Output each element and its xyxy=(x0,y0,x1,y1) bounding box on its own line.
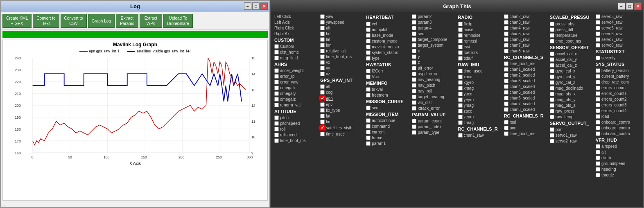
field-checkbox[interactable] xyxy=(504,37,508,42)
field-checkbox[interactable] xyxy=(596,150,600,154)
graph-this-close-btn[interactable]: ✕ xyxy=(634,2,642,10)
field-checkbox[interactable] xyxy=(412,119,416,123)
extract-params-btn[interactable]: ExtractParams xyxy=(116,14,138,28)
field-checkbox[interactable] xyxy=(596,91,600,96)
field-checkbox[interactable] xyxy=(274,80,279,84)
field-checkbox[interactable] xyxy=(596,43,600,47)
field-checkbox[interactable] xyxy=(596,80,600,84)
field-checkbox[interactable] xyxy=(458,86,463,90)
field-checkbox[interactable] xyxy=(596,97,600,102)
field-checkbox[interactable] xyxy=(274,86,279,90)
field-checkbox[interactable] xyxy=(274,97,279,102)
field-checkbox[interactable] xyxy=(550,63,554,68)
field-checkbox[interactable] xyxy=(412,89,416,93)
field-checkbox[interactable] xyxy=(274,138,279,143)
log-minimize-btn[interactable]: − xyxy=(244,2,251,10)
field-checkbox[interactable] xyxy=(320,54,325,59)
field-checkbox[interactable] xyxy=(366,33,371,38)
field-checkbox[interactable] xyxy=(504,32,508,36)
field-checkbox[interactable] xyxy=(458,27,463,32)
field-checkbox[interactable] xyxy=(550,57,554,62)
field-checkbox[interactable] xyxy=(320,84,325,89)
field-checkbox[interactable] xyxy=(274,74,279,79)
field-checkbox[interactable] xyxy=(412,20,416,25)
field-checkbox[interactable] xyxy=(596,56,600,60)
field-checkbox[interactable] xyxy=(458,97,463,102)
field-checkbox[interactable] xyxy=(504,61,508,66)
field-checkbox[interactable] xyxy=(274,127,279,131)
graph-log-btn[interactable]: Graph Log xyxy=(88,14,115,28)
field-checkbox[interactable] xyxy=(274,133,279,137)
field-checkbox[interactable] xyxy=(504,20,508,25)
field-checkbox[interactable] xyxy=(320,132,325,136)
field-checkbox[interactable] xyxy=(504,79,508,83)
field-checkbox[interactable] xyxy=(596,167,600,172)
field-checkbox[interactable] xyxy=(274,68,279,73)
field-checkbox[interactable] xyxy=(596,32,600,36)
field-checkbox[interactable] xyxy=(504,90,508,95)
field-checkbox[interactable] xyxy=(458,103,463,108)
field-checkbox[interactable] xyxy=(458,69,463,73)
field-checkbox[interactable] xyxy=(458,50,463,55)
field-checkbox[interactable] xyxy=(366,141,371,146)
field-checkbox[interactable] xyxy=(366,56,371,61)
field-checkbox[interactable] xyxy=(504,126,508,130)
field-checkbox[interactable] xyxy=(320,20,325,25)
field-checkbox[interactable] xyxy=(320,120,325,124)
field-checkbox[interactable] xyxy=(550,103,554,108)
field-checkbox[interactable] xyxy=(458,33,463,38)
field-checkbox[interactable] xyxy=(550,133,554,138)
field-checkbox[interactable] xyxy=(596,161,600,166)
field-checkbox[interactable] xyxy=(366,39,371,43)
field-checkbox[interactable] xyxy=(458,22,463,26)
field-checkbox[interactable] xyxy=(412,54,416,59)
create-kml-btn[interactable]: Create KML+ GPX xyxy=(2,14,32,28)
field-checkbox[interactable] xyxy=(412,37,416,42)
field-checkbox[interactable] xyxy=(504,84,508,89)
graph-this-maximize-btn[interactable]: □ xyxy=(626,2,633,10)
field-checkbox[interactable] xyxy=(550,86,554,90)
field-checkbox[interactable] xyxy=(550,92,554,96)
field-checkbox[interactable] xyxy=(596,131,600,136)
field-checkbox[interactable] xyxy=(596,74,600,79)
field-checkbox[interactable] xyxy=(550,80,554,85)
field-checkbox[interactable] xyxy=(366,75,371,79)
field-checkbox[interactable] xyxy=(412,32,416,36)
field-checkbox[interactable] xyxy=(550,33,554,38)
field-checkbox[interactable] xyxy=(274,56,279,60)
field-checkbox[interactable] xyxy=(320,49,325,53)
field-checkbox[interactable] xyxy=(596,26,600,30)
field-checkbox[interactable] xyxy=(596,114,600,119)
field-checkbox[interactable] xyxy=(458,80,463,85)
field-checkbox[interactable] xyxy=(274,121,279,126)
field-checkbox[interactable] xyxy=(596,126,600,130)
field-checkbox-checked[interactable] xyxy=(320,125,325,130)
field-checkbox[interactable] xyxy=(550,109,554,113)
field-checkbox[interactable] xyxy=(550,75,554,79)
field-checkbox[interactable] xyxy=(412,77,416,82)
field-checkbox[interactable] xyxy=(366,93,371,97)
convert-text-btn[interactable]: Convert toText xyxy=(33,14,59,28)
field-checkbox[interactable] xyxy=(366,106,371,110)
convert-csv-btn[interactable]: Convert toCSV xyxy=(61,14,87,28)
field-checkbox[interactable] xyxy=(504,67,508,72)
field-checkbox[interactable] xyxy=(596,103,600,107)
field-checkbox[interactable] xyxy=(366,45,371,49)
field-checkbox[interactable] xyxy=(504,120,508,124)
field-checkbox[interactable] xyxy=(274,115,279,120)
field-checkbox[interactable] xyxy=(412,49,416,53)
log-maximize-btn[interactable]: □ xyxy=(252,2,260,10)
field-checkbox[interactable] xyxy=(320,37,325,42)
field-checkbox[interactable] xyxy=(320,43,325,47)
field-checkbox[interactable] xyxy=(412,66,416,70)
field-checkbox[interactable] xyxy=(412,83,416,88)
field-checkbox[interactable] xyxy=(320,90,325,95)
field-checkbox[interactable] xyxy=(596,68,600,73)
extract-wps-btn[interactable]: ExtractWPs xyxy=(140,14,162,28)
field-checkbox[interactable] xyxy=(412,106,416,111)
field-checkbox[interactable] xyxy=(550,69,554,73)
field-checkbox[interactable] xyxy=(412,14,416,19)
field-checkbox[interactable] xyxy=(320,108,325,113)
field-checkbox[interactable] xyxy=(550,97,554,102)
field-checkbox[interactable] xyxy=(320,26,325,30)
